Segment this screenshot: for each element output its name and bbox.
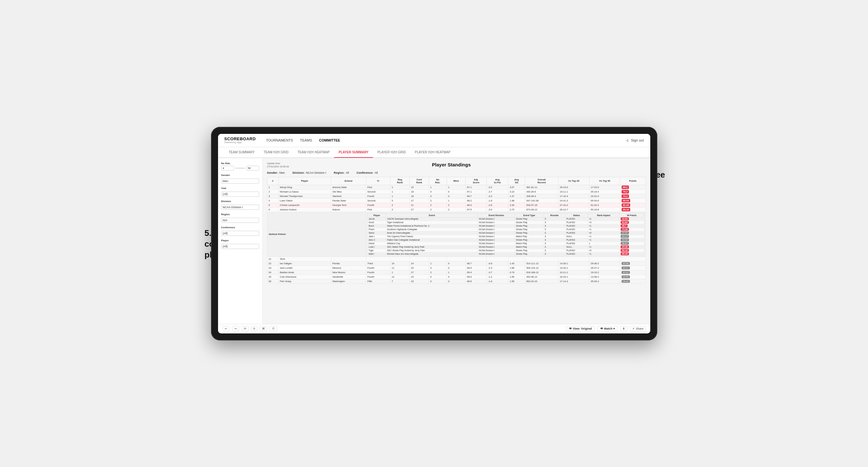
cell-points[interactable]: 40.58 [620,261,646,266]
popup-cell-div: NCAA Division I [478,231,515,235]
cell-points[interactable]: 39.95 [620,275,646,279]
cell-adj-score: 67.1 [466,185,487,189]
popup-cell-rank: +1 [588,224,620,227]
download-button[interactable]: ⬇ [620,326,627,331]
no-rds-to-input[interactable] [246,166,259,170]
cell-player: Wenyi Ding [278,185,331,189]
nav-tournaments[interactable]: TOURNAMENTS [266,138,293,143]
popup-cell-wpoints[interactable]: 16.50 [620,238,644,242]
cell-points[interactable]: 40.02 [620,270,646,275]
sidebar: No Rds. Gender Men [218,158,263,324]
undo-button[interactable]: ↩ [222,326,229,331]
nav-teams[interactable]: TEAMS [300,138,312,143]
view-original-button[interactable]: 👁 View: Original [566,326,595,331]
cell-num: 24 [267,270,278,275]
conference-select[interactable]: (All) [221,231,259,236]
no-rds-slider[interactable] [235,168,245,168]
popup-cell-div: NCAA Division I [478,224,515,227]
popup-cell-rounds: 3 [544,221,565,224]
region-select[interactable]: N/A [221,218,259,223]
cell-overall: 452-96-12 [525,275,558,279]
popup-cell-div: NCAA Division I [478,217,515,221]
cell-overall: 674-33-12 [525,207,558,212]
subnav-team-h2h-grid[interactable]: TEAM H2H GRID [259,148,293,158]
popup-col-type: Event Type [515,213,544,217]
popup-cell-wpoints[interactable]: 30.47 [620,242,644,245]
table-header-row: # Player School Yr RegRank ConfRank NoRd… [267,177,646,185]
navbar: SCOREBOARD Powered by clippi TOURNAMENTS… [218,134,650,147]
year-select[interactable]: (All) [221,192,259,197]
popup-cell-type: Stroke Play [515,249,544,252]
cell-points[interactable]: 69.2 [620,185,646,189]
player-select[interactable]: (All) [221,244,259,249]
popup-cell-wpoints[interactable]: 25.36 [620,245,644,249]
copy-button[interactable]: ⎘ [251,326,257,331]
popup-cell-wpoints[interactable]: 73.28 [620,227,644,231]
watch-button[interactable]: 👁 Watch ▾ [597,326,618,331]
cell-points[interactable]: 76.2 [620,189,646,194]
popup-cell-rank: +0 [588,231,620,235]
popup-cell-event: Mirobel Maui Jim Intercollegiate [386,252,478,256]
redo-button[interactable]: ↪ [232,326,239,331]
popup-cell-rounds: 3 [544,217,565,221]
popup-cell-event: Amer An Intercollegiate [386,231,478,235]
cell-adj-score: 68.6 [466,279,487,283]
popup-cell-rank: 1 [588,242,620,245]
subnav-team-summary[interactable]: TEAM SUMMARY [224,148,259,158]
cell-overall: 514-111-12 [525,261,558,266]
cell-vs50 [589,257,620,261]
share-button[interactable]: ↗ Share [630,326,646,331]
cell-points[interactable]: 40.27 [620,266,646,270]
table-row: 6 Jackson Kolson Auburn First 2 27 2 2 6… [267,207,646,212]
popup-cell-wpoints[interactable]: 24.11 [620,235,644,238]
cell-conf-rank: 27 [410,207,429,212]
filter-region: Region: All [334,171,349,175]
cell-school: New Mexico [331,270,366,275]
cell-adj-score: 68.0 [466,203,487,207]
cell-yr: Fourth [366,266,390,270]
table-row: 21 Terhi [267,257,646,261]
timer-button[interactable]: ⏱ [270,326,277,331]
popup-cell-wpoints[interactable]: 56.18 [620,249,644,252]
col-player: Player [278,177,331,185]
popup-row: Steve Amer An Intercollegiate NCAA Divis… [368,231,644,235]
subnav-team-h2h-heatmap[interactable]: TEAM H2H HEATMAP [293,148,334,158]
cell-points[interactable]: 80.49 [620,203,646,207]
cell-reg-rank: 2 [390,203,409,207]
col-reg-rank: RegRank [390,177,409,185]
gender-select[interactable]: Men [221,179,259,184]
popup-cell-wpoints[interactable]: 53.60 [620,221,644,224]
popup-cell-wpoints[interactable]: 37.57 [620,231,644,235]
col-vs25: Vs Top 25 [558,177,589,185]
popup-cell-wpoints[interactable]: 42.64 [620,217,644,221]
popup-cell-div: NCAA Division I [478,249,515,252]
sign-out-link[interactable]: Sign out [631,138,644,142]
refresh-button[interactable]: ⟳ [242,326,249,331]
cell-vs50: 13-38-2 [589,275,620,279]
subnav-player-summary[interactable]: PLAYER SUMMARY [334,148,373,158]
popup-cell-wpoints[interactable]: 46.7 [620,224,644,227]
cell-reg-rank: 2 [390,207,409,212]
cell-player: Bastien Amat [278,270,331,275]
cell-points[interactable]: 38.49 [620,279,646,283]
popup-cell-rounds: 3 [544,245,565,249]
popup-cell-wpoints[interactable]: 66.40 [620,252,644,256]
popup-cell-player: Tiger [368,249,386,252]
popup-cell-status: PLAYED [565,242,588,245]
nav-committee[interactable]: COMMITTEE [319,138,340,143]
cell-school: Missouri [331,266,366,270]
cell-points[interactable]: 70.2 [620,194,646,198]
cell-points[interactable]: 68.18 [620,207,646,212]
brand-subtitle: Powered by clippi [224,141,256,144]
cell-to-par: -2.6 [487,203,508,207]
subnav-player-h2h-heatmap[interactable]: PLAYER H2H HEATMAP [410,148,455,158]
cell-overall: 509-122-12 [525,266,558,270]
division-select[interactable]: NCAA Division I [221,205,259,210]
cell-wins: 0 [446,279,465,283]
cell-vs25: 19-11-1 [558,189,589,194]
cell-points[interactable]: 68.54 [620,198,646,203]
paste-button[interactable]: ⌘ [260,326,267,331]
no-rds-from-input[interactable] [221,166,234,170]
cell-no-rds: 0 [429,194,446,198]
subnav-player-h2h-grid[interactable]: PLAYER H2H GRID [373,148,410,158]
